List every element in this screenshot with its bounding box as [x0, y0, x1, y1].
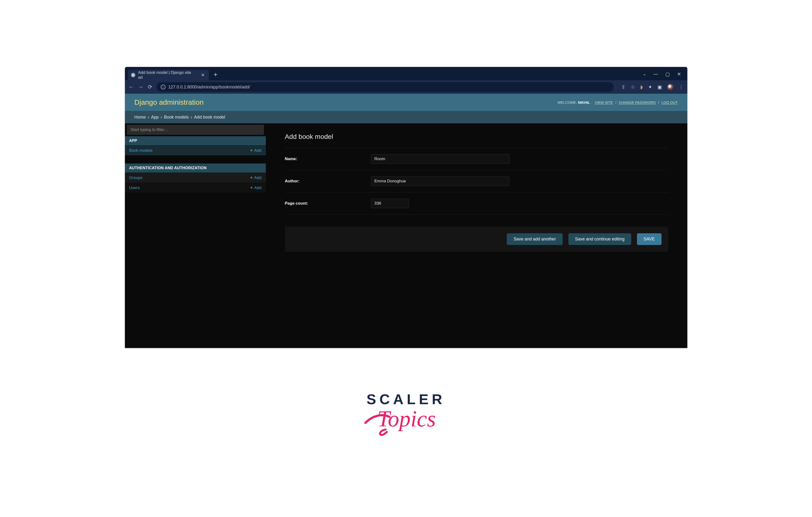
extensions-icon[interactable]: ✦	[648, 84, 652, 90]
menu-icon[interactable]: ⋮	[679, 84, 684, 90]
scaler-logo: SCALER Topics	[363, 391, 449, 437]
sidebar-collapse-icon[interactable]: «	[125, 260, 125, 265]
url-text: 127.0.0.1:8000/admin/app/bookmodel/add/	[168, 85, 250, 90]
username: NIKHIL	[578, 100, 590, 105]
tab-title: Add book model | Django site ad	[138, 70, 196, 80]
model-link[interactable]: Book models	[129, 148, 153, 153]
form-row-author: Author:	[285, 170, 668, 192]
form-row-page-count: Page count:	[285, 192, 668, 215]
author-input[interactable]	[371, 176, 510, 186]
address-bar: ← → ⟳ i 127.0.0.1:8000/admin/app/bookmod…	[125, 80, 687, 94]
name-label: Name:	[285, 157, 371, 161]
user-tools: WELCOME, NIKHIL. VIEW SITE / CHANGE PASS…	[557, 100, 677, 105]
window-title-bar: Add book model | Django site ad ✕ + ⌄ — …	[125, 67, 687, 80]
sidebar: APP Book models + Add AUTHENTICATION AND…	[125, 123, 266, 348]
back-icon[interactable]: ←	[129, 84, 134, 90]
share-icon[interactable]: ⇪	[621, 84, 626, 90]
star-icon[interactable]: ☆	[631, 84, 635, 90]
add-user-link[interactable]: + Add	[250, 185, 262, 190]
sidebar-app-caption: APP	[125, 136, 266, 145]
save-button[interactable]: SAVE	[637, 233, 662, 245]
globe-icon	[131, 73, 136, 77]
window-controls: ⌄ — ▢ ✕	[643, 71, 685, 80]
page-count-input[interactable]	[371, 199, 409, 208]
plus-icon: +	[250, 185, 253, 190]
forward-icon[interactable]: →	[138, 84, 144, 90]
sidebar-item-groups[interactable]: Groups + Add	[125, 172, 266, 183]
page-count-label: Page count:	[285, 201, 371, 206]
profile-avatar[interactable]	[667, 84, 673, 90]
toolbar-right: ⇪ ☆ ◗ ✦ ▣ ⋮	[621, 84, 684, 90]
author-label: Author:	[285, 179, 371, 184]
logo-line2: Topics	[363, 406, 449, 437]
breadcrumb: Home › App › Book models › Add book mode…	[125, 111, 687, 123]
tab-close-icon[interactable]: ✕	[201, 73, 205, 78]
welcome-label: WELCOME,	[557, 100, 577, 105]
chevron-down-icon[interactable]: ⌄	[643, 71, 646, 77]
change-password-link[interactable]: CHANGE PASSWORD	[619, 100, 656, 105]
page-title: Add book model	[285, 133, 668, 140]
content: « APP Book models + Add AUTHENTICATION A…	[125, 123, 687, 348]
breadcrumb-model[interactable]: Book models	[164, 115, 189, 120]
close-icon[interactable]: ✕	[677, 71, 681, 77]
site-title: Django administration	[135, 98, 204, 106]
model-link[interactable]: Groups	[129, 175, 143, 180]
django-header: Django administration WELCOME, NIKHIL. V…	[125, 94, 687, 111]
logout-link[interactable]: LOG OUT	[662, 100, 678, 105]
submit-row: Save and add another Save and continue e…	[285, 226, 668, 252]
browser-window: Add book model | Django site ad ✕ + ⌄ — …	[125, 67, 687, 348]
new-tab-button[interactable]: +	[214, 71, 218, 78]
breadcrumb-current: Add book model	[194, 115, 225, 120]
plus-icon: +	[250, 175, 253, 180]
main-panel: Add book model Name: Author: Page count:…	[266, 123, 687, 348]
sidebar-filter-input[interactable]	[127, 125, 264, 135]
add-book-model-link[interactable]: + Add	[250, 148, 262, 153]
name-input[interactable]	[371, 154, 510, 164]
maximize-icon[interactable]: ▢	[665, 71, 670, 77]
view-site-link[interactable]: VIEW SITE	[595, 100, 613, 105]
sidebar-item-users[interactable]: Users + Add	[125, 183, 266, 193]
svg-text:Topics: Topics	[377, 406, 436, 431]
cookie-icon[interactable]: ◗	[640, 84, 643, 90]
breadcrumb-app[interactable]: App	[151, 115, 159, 120]
panel-icon[interactable]: ▣	[658, 84, 662, 90]
reload-icon[interactable]: ⟳	[148, 84, 152, 90]
form-row-name: Name:	[285, 148, 668, 170]
add-group-link[interactable]: + Add	[250, 175, 262, 180]
site-info-icon[interactable]: i	[161, 85, 166, 89]
browser-tab[interactable]: Add book model | Django site ad ✕	[128, 70, 209, 80]
minimize-icon[interactable]: —	[654, 71, 658, 77]
logo-line1: SCALER	[363, 391, 449, 408]
sidebar-auth-caption: AUTHENTICATION AND AUTHORIZATION	[125, 163, 266, 172]
url-field[interactable]: i 127.0.0.1:8000/admin/app/bookmodel/add…	[156, 82, 614, 92]
breadcrumb-home[interactable]: Home	[135, 115, 146, 120]
model-link[interactable]: Users	[129, 186, 140, 190]
save-add-another-button[interactable]: Save and add another	[507, 233, 562, 245]
save-continue-button[interactable]: Save and continue editing	[569, 233, 631, 245]
plus-icon: +	[250, 148, 253, 153]
sidebar-item-book-models[interactable]: Book models + Add	[125, 145, 266, 155]
